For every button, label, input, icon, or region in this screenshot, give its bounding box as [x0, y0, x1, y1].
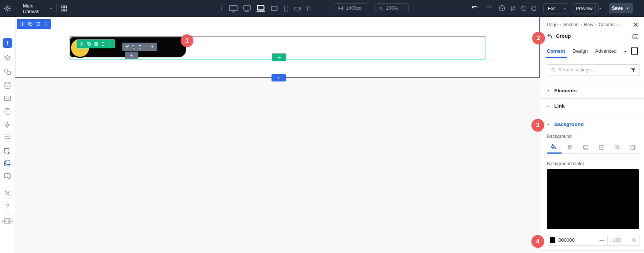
- duplicate-icon[interactable]: [28, 21, 33, 27]
- redo-icon[interactable]: [485, 5, 492, 12]
- breadcrumb-column[interactable]: Column: [598, 22, 614, 27]
- canvas-width-input[interactable]: [346, 6, 365, 11]
- columns-icon[interactable]: [93, 41, 98, 46]
- element-toolbar: [122, 43, 157, 51]
- trash-icon[interactable]: [520, 5, 527, 12]
- more-options-icon[interactable]: [108, 41, 112, 46]
- bg-pattern-tab-icon[interactable]: [614, 144, 620, 150]
- zoom-input[interactable]: [386, 6, 405, 11]
- accordion-elements[interactable]: Elements: [540, 83, 644, 98]
- duplicate-icon[interactable]: [131, 44, 136, 49]
- accordion-link-label: Link: [554, 103, 565, 109]
- select-mode-icon[interactable]: [3, 147, 12, 156]
- breakpoint-tablet-icon[interactable]: [283, 5, 289, 12]
- save-button[interactable]: Save: [609, 3, 633, 13]
- gear-icon[interactable]: [20, 21, 25, 27]
- panel-divider: [540, 250, 644, 251]
- breakpoint-tablet-landscape-icon[interactable]: [270, 4, 278, 12]
- history-clock-icon[interactable]: [498, 4, 506, 12]
- breadcrumb-section[interactable]: Section: [563, 22, 579, 27]
- mode-toggle[interactable]: [2, 218, 13, 224]
- accordion-elements-label: Elements: [554, 88, 577, 93]
- breadcrumb-ellipsis[interactable]: ...: [620, 22, 624, 27]
- sort-arrows-icon[interactable]: [509, 5, 516, 12]
- bg-gradient-tab-icon[interactable]: [567, 144, 573, 151]
- structure-grid-icon[interactable]: [60, 4, 68, 12]
- exit-button[interactable]: Exit: [543, 3, 568, 13]
- trash-icon[interactable]: [36, 21, 41, 27]
- color-picker-area[interactable]: [547, 169, 639, 229]
- bg-video-tab-icon[interactable]: [598, 144, 605, 151]
- breakpoint-desktop-xl-icon[interactable]: [229, 4, 238, 13]
- gear-icon[interactable]: [79, 41, 84, 46]
- multi-select-mode-icon[interactable]: [3, 159, 12, 168]
- form-icon[interactable]: [3, 94, 12, 103]
- breadcrumb-row[interactable]: Row: [584, 22, 593, 27]
- shapes-icon[interactable]: [3, 67, 12, 76]
- preview-button-label: Preview: [573, 4, 595, 13]
- row-toolbar: [77, 39, 115, 48]
- breakpoint-laptop-icon[interactable]: [256, 3, 266, 13]
- lightning-icon[interactable]: [3, 120, 12, 129]
- tab-design[interactable]: Design: [573, 48, 595, 54]
- add-inside-button[interactable]: [125, 52, 138, 59]
- toggle-gear-icon: [3, 219, 6, 223]
- tab-content[interactable]: Content: [547, 48, 573, 54]
- global-color-dash[interactable]: —: [599, 237, 604, 243]
- gear-icon[interactable]: [125, 44, 129, 49]
- layers-icon[interactable]: [3, 54, 12, 63]
- trash-icon[interactable]: [138, 44, 142, 49]
- tab-advanced[interactable]: Advanced: [595, 48, 617, 54]
- element-options-icon[interactable]: [632, 33, 639, 40]
- breadcrumb-separator: ›: [559, 22, 561, 27]
- selector-color-swatch[interactable]: [631, 47, 638, 55]
- wireframe-icon[interactable]: [3, 133, 12, 142]
- duplicate-icon[interactable]: [86, 41, 91, 46]
- breakpoint-phone-icon[interactable]: [306, 6, 312, 12]
- accordion-link[interactable]: Link: [540, 98, 644, 114]
- bg-image-tab-icon[interactable]: [583, 144, 589, 151]
- opacity-input[interactable]: [613, 237, 625, 243]
- accordion-background[interactable]: Background: [540, 117, 644, 132]
- more-options-icon[interactable]: [218, 6, 224, 11]
- hex-field: —: [547, 235, 607, 245]
- settings-panel: Page › Section › Row › Column › ... Grou…: [540, 17, 644, 253]
- plus-icon[interactable]: [150, 44, 154, 49]
- more-options-icon[interactable]: [144, 45, 148, 49]
- breakpoint-desktop-icon[interactable]: [243, 4, 251, 13]
- breakpoint-phone-landscape-icon[interactable]: [294, 5, 301, 12]
- builder-settings-icon[interactable]: [3, 4, 11, 12]
- settings-search-input[interactable]: [558, 67, 628, 72]
- color-swatch[interactable]: [550, 237, 555, 243]
- element-header: Group: [547, 33, 571, 39]
- panel-divider: [540, 114, 644, 114]
- hex-input[interactable]: [558, 237, 585, 243]
- row-element[interactable]: 1.0: [70, 36, 485, 59]
- undo-icon[interactable]: [471, 5, 478, 12]
- exit-dropdown-chevron[interactable]: [560, 4, 569, 13]
- add-row-button[interactable]: [272, 53, 286, 61]
- back-arrow-icon[interactable]: [547, 33, 552, 39]
- save-dropdown-chevron[interactable]: [625, 6, 630, 10]
- pages-icon[interactable]: [3, 107, 12, 116]
- add-section-button[interactable]: [272, 74, 286, 81]
- more-options-icon[interactable]: [43, 22, 48, 27]
- section-element[interactable]: 1.0: [15, 17, 540, 78]
- bg-shape-tab-icon[interactable]: [630, 144, 636, 151]
- background-color-label: Background Color: [547, 161, 584, 166]
- bg-color-tab-icon[interactable]: [550, 144, 557, 151]
- tabs-more-chevron[interactable]: [623, 49, 628, 54]
- preview-dropdown-chevron[interactable]: [595, 4, 605, 13]
- help-icon[interactable]: ?: [3, 201, 12, 210]
- canvas-selector-dropdown[interactable]: Main Canvas: [19, 4, 57, 13]
- breadcrumb-page[interactable]: Page: [547, 22, 558, 27]
- database-icon[interactable]: [3, 81, 12, 90]
- preview-button[interactable]: Preview: [573, 3, 599, 13]
- page-settings-icon[interactable]: [3, 172, 12, 181]
- trash-icon[interactable]: [101, 41, 105, 46]
- power-icon[interactable]: [530, 5, 537, 12]
- close-panel-icon[interactable]: [632, 22, 639, 28]
- filter-funnel-icon[interactable]: [631, 67, 636, 73]
- tools-icon[interactable]: [3, 189, 12, 198]
- add-element-button[interactable]: [3, 38, 12, 48]
